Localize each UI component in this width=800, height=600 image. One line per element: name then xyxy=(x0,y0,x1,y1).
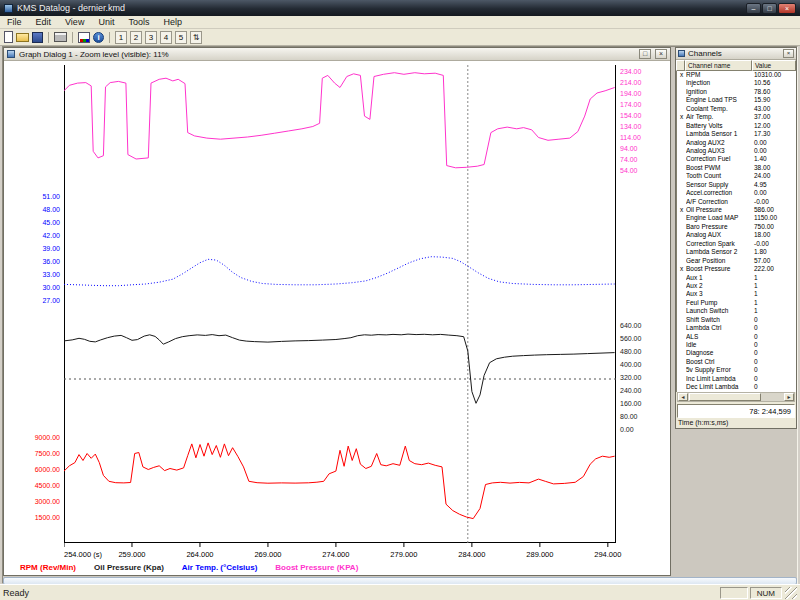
channel-row[interactable]: Analog AUX20.00 xyxy=(677,139,796,147)
y-axis-tick-label: 36.00 xyxy=(42,257,60,266)
menu-item-file[interactable]: File xyxy=(0,16,29,29)
channel-name: Correction Fuel xyxy=(686,155,753,163)
view-4-button[interactable]: 4 xyxy=(160,31,172,44)
channel-row[interactable]: xRPM10310.00 xyxy=(677,71,796,79)
channel-row[interactable]: Correction Fuel1.40 xyxy=(677,155,796,163)
view-5-button[interactable]: 5 xyxy=(175,31,187,44)
title-bar[interactable]: KMS Datalog - dernier.kmd – □ × xyxy=(0,0,800,16)
channel-row[interactable]: Launch Switch1 xyxy=(677,307,796,315)
x-axis-tick-label: 284.000 xyxy=(450,550,494,559)
channel-row[interactable]: Coolant Temp.43.00 xyxy=(677,105,796,113)
channel-row[interactable]: Boost Ctrl0 xyxy=(677,358,796,366)
plot-area[interactable]: 51.0048.0045.0042.0039.0036.0033.0030.00… xyxy=(4,61,670,575)
channel-value: 1.80 xyxy=(753,248,796,256)
channel-plot-marker xyxy=(677,122,686,130)
channel-name: RPM xyxy=(686,71,753,79)
menu-item-edit[interactable]: Edit xyxy=(29,16,59,29)
channel-row[interactable]: Injection10.56 xyxy=(677,79,796,87)
channel-row[interactable]: Analog AUX18.00 xyxy=(677,231,796,239)
channel-value: 0 xyxy=(753,316,796,324)
channel-row[interactable]: A/F Correction-0.00 xyxy=(677,198,796,206)
channel-row[interactable]: Lambda Sensor 21.80 xyxy=(677,248,796,256)
channel-row[interactable]: xBoost Pressure222.00 xyxy=(677,265,796,273)
new-document-icon[interactable] xyxy=(4,31,13,43)
scroll-left-arrow-icon[interactable]: ◄ xyxy=(678,393,688,401)
minimize-button[interactable]: – xyxy=(746,3,761,14)
channel-row[interactable]: Lambda Sensor 117.30 xyxy=(677,130,796,138)
channel-row[interactable]: Battery Volts12.00 xyxy=(677,122,796,130)
marker-column-header[interactable] xyxy=(676,60,685,71)
menu-item-help[interactable]: Help xyxy=(156,16,189,29)
scroll-right-arrow-icon[interactable]: ► xyxy=(784,393,794,401)
channel-row[interactable]: Engine Load MAP1150.00 xyxy=(677,214,796,222)
channel-row[interactable]: Accel.correction0.00 xyxy=(677,189,796,197)
status-bar: Ready NUM xyxy=(0,584,800,600)
view-1-button[interactable]: 1 xyxy=(115,31,127,44)
channel-value: 750.00 xyxy=(753,223,796,231)
channel-name-column-header[interactable]: Channel name xyxy=(685,60,752,71)
channel-value: 1 xyxy=(753,307,796,315)
channel-row[interactable]: xOil Pressure586.00 xyxy=(677,206,796,214)
channel-row[interactable]: Tooth Count24.00 xyxy=(677,172,796,180)
info-icon[interactable]: i xyxy=(93,32,104,43)
channels-horizontal-scrollbar[interactable]: ◄ ► xyxy=(677,392,795,402)
channel-row[interactable]: Gear Position57.00 xyxy=(677,257,796,265)
save-icon[interactable] xyxy=(32,32,43,43)
view-3-button[interactable]: 3 xyxy=(145,31,157,44)
graph-dialog-close-button[interactable]: × xyxy=(655,49,667,59)
channel-row[interactable]: Diagnose0 xyxy=(677,349,796,357)
channel-row[interactable]: xAir Temp.37.00 xyxy=(677,113,796,121)
channel-row[interactable]: Analog AUX30.00 xyxy=(677,147,796,155)
menu-item-view[interactable]: View xyxy=(58,16,91,29)
channel-name: Analog AUX xyxy=(686,231,753,239)
menu-item-tools[interactable]: Tools xyxy=(121,16,156,29)
channel-row[interactable]: Baro Pressure750.00 xyxy=(677,223,796,231)
view-2-button[interactable]: 2 xyxy=(130,31,142,44)
channel-plot-marker xyxy=(677,358,686,366)
channel-row[interactable]: Correction Spark-0.00 xyxy=(677,240,796,248)
channels-title-bar[interactable]: Channels × xyxy=(676,48,796,60)
y-axis-tick-label: 33.00 xyxy=(42,270,60,279)
channel-row[interactable]: Idle0 xyxy=(677,341,796,349)
toolbar-separator xyxy=(48,32,49,43)
channel-row[interactable]: Feul Pump1 xyxy=(677,299,796,307)
channel-name: Engine Load TPS xyxy=(686,96,753,104)
channel-row[interactable]: Sensor Supply4.95 xyxy=(677,181,796,189)
close-button[interactable]: × xyxy=(778,3,796,14)
channel-row[interactable]: Aux 31 xyxy=(677,290,796,298)
channel-row[interactable]: Shift Switch0 xyxy=(677,316,796,324)
channel-row[interactable]: Inc Limit Lambda0 xyxy=(677,375,796,383)
resize-grip[interactable] xyxy=(785,587,797,599)
channel-plot-marker xyxy=(677,198,686,206)
channel-row[interactable]: 5v Supply Error0 xyxy=(677,366,796,374)
channel-row[interactable]: Dec Limit Lambda0 xyxy=(677,383,796,391)
channel-name: Lambda Ctrl xyxy=(686,324,753,332)
chart-canvas[interactable] xyxy=(64,65,616,549)
y-axis-tick-label: 194.00 xyxy=(620,89,641,98)
spin-arrows-icon[interactable]: ⇅ xyxy=(190,31,202,44)
channel-row[interactable]: Aux 11 xyxy=(677,274,796,282)
menu-item-unit[interactable]: Unit xyxy=(91,16,121,29)
channel-name: Boost Ctrl xyxy=(686,358,753,366)
channel-row[interactable]: Aux 21 xyxy=(677,282,796,290)
channel-value: 1150.00 xyxy=(753,214,796,222)
window-title: KMS Datalog - dernier.kmd xyxy=(17,3,746,13)
value-column-header[interactable]: Value xyxy=(752,60,796,71)
channel-row[interactable]: Lambda Ctrl0 xyxy=(677,324,796,332)
channel-row[interactable]: Boost PWM38.00 xyxy=(677,164,796,172)
channel-value: 1 xyxy=(753,274,796,282)
channels-close-button[interactable]: × xyxy=(783,49,794,58)
y-axis-tick-label: 234.00 xyxy=(620,67,641,76)
graph-dialog-icon xyxy=(7,50,15,58)
graph-icon[interactable] xyxy=(78,32,90,43)
channel-row[interactable]: Ignition78.60 xyxy=(677,88,796,96)
maximize-button[interactable]: □ xyxy=(762,3,777,14)
open-folder-icon[interactable] xyxy=(16,33,29,42)
print-icon[interactable] xyxy=(54,32,67,42)
graph-dialog-title-bar[interactable]: Graph Dialog 1 - Zoom level (visible): 1… xyxy=(4,48,670,61)
channel-row[interactable]: ALS0 xyxy=(677,333,796,341)
channel-row[interactable]: Engine Load TPS15.90 xyxy=(677,96,796,104)
channel-plot-marker xyxy=(677,324,686,332)
scrollbar-thumb[interactable] xyxy=(689,393,761,401)
graph-dialog-maximize-button[interactable]: □ xyxy=(639,49,651,59)
